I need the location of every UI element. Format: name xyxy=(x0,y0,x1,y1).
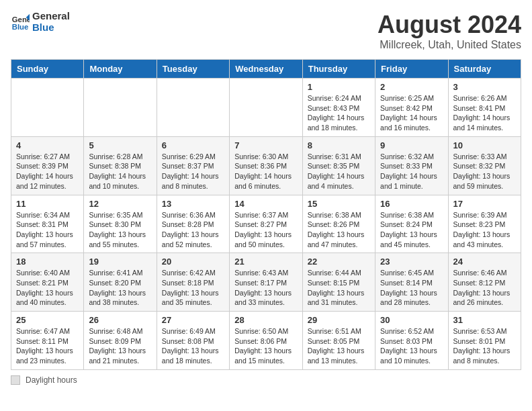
day-info: Sunrise: 6:48 AM Sunset: 8:09 PM Dayligh… xyxy=(89,326,151,366)
col-header-saturday: Saturday xyxy=(448,60,521,79)
col-header-tuesday: Tuesday xyxy=(157,60,229,79)
day-number: 11 xyxy=(16,199,79,209)
day-number: 31 xyxy=(453,315,516,325)
calendar-cell: 18Sunrise: 6:40 AM Sunset: 8:21 PM Dayli… xyxy=(11,253,84,312)
day-number: 13 xyxy=(162,199,224,209)
week-row-5: 25Sunrise: 6:47 AM Sunset: 8:11 PM Dayli… xyxy=(11,312,521,370)
day-info: Sunrise: 6:42 AM Sunset: 8:18 PM Dayligh… xyxy=(162,268,224,308)
logo-icon: General Blue xyxy=(11,13,30,32)
day-number: 6 xyxy=(162,140,224,150)
legend-box xyxy=(11,375,20,385)
main-title: August 2024 xyxy=(378,11,521,39)
week-row-4: 18Sunrise: 6:40 AM Sunset: 8:21 PM Dayli… xyxy=(11,253,521,312)
calendar-cell: 11Sunrise: 6:34 AM Sunset: 8:31 PM Dayli… xyxy=(11,195,84,253)
calendar-cell: 20Sunrise: 6:42 AM Sunset: 8:18 PM Dayli… xyxy=(157,253,229,312)
calendar-cell: 13Sunrise: 6:36 AM Sunset: 8:28 PM Dayli… xyxy=(157,195,229,253)
day-info: Sunrise: 6:39 AM Sunset: 8:23 PM Dayligh… xyxy=(453,210,516,250)
logo: General Blue General Blue xyxy=(11,11,70,33)
day-info: Sunrise: 6:26 AM Sunset: 8:41 PM Dayligh… xyxy=(453,93,516,133)
legend-area: Daylight hours xyxy=(11,375,521,385)
day-info: Sunrise: 6:43 AM Sunset: 8:17 PM Dayligh… xyxy=(234,268,297,308)
day-info: Sunrise: 6:25 AM Sunset: 8:42 PM Dayligh… xyxy=(380,93,443,133)
calendar-cell: 1Sunrise: 6:24 AM Sunset: 8:43 PM Daylig… xyxy=(302,79,375,137)
logo-blue-text: Blue xyxy=(32,21,54,33)
logo-general-text: General xyxy=(32,10,70,21)
day-number: 25 xyxy=(16,315,79,325)
calendar-cell: 9Sunrise: 6:32 AM Sunset: 8:33 PM Daylig… xyxy=(375,136,448,195)
day-info: Sunrise: 6:46 AM Sunset: 8:12 PM Dayligh… xyxy=(453,268,516,308)
week-row-1: 1Sunrise: 6:24 AM Sunset: 8:43 PM Daylig… xyxy=(11,79,521,137)
day-number: 15 xyxy=(308,199,370,209)
calendar-cell: 17Sunrise: 6:39 AM Sunset: 8:23 PM Dayli… xyxy=(448,195,521,253)
calendar-cell: 10Sunrise: 6:33 AM Sunset: 8:32 PM Dayli… xyxy=(448,136,521,195)
day-info: Sunrise: 6:29 AM Sunset: 8:37 PM Dayligh… xyxy=(162,152,224,191)
day-info: Sunrise: 6:47 AM Sunset: 8:11 PM Dayligh… xyxy=(16,326,79,366)
day-info: Sunrise: 6:30 AM Sunset: 8:36 PM Dayligh… xyxy=(234,152,297,191)
day-number: 8 xyxy=(308,140,370,150)
svg-text:Blue: Blue xyxy=(12,22,29,30)
day-number: 29 xyxy=(308,315,370,325)
calendar-cell: 24Sunrise: 6:46 AM Sunset: 8:12 PM Dayli… xyxy=(448,253,521,312)
calendar-cell: 16Sunrise: 6:38 AM Sunset: 8:24 PM Dayli… xyxy=(375,195,448,253)
week-row-2: 4Sunrise: 6:27 AM Sunset: 8:39 PM Daylig… xyxy=(11,136,521,195)
day-number: 2 xyxy=(380,82,443,92)
day-info: Sunrise: 6:36 AM Sunset: 8:28 PM Dayligh… xyxy=(162,210,224,250)
day-number: 16 xyxy=(380,199,443,209)
day-info: Sunrise: 6:38 AM Sunset: 8:26 PM Dayligh… xyxy=(308,210,370,250)
header: General Blue General Blue August 2024 Mi… xyxy=(11,11,521,51)
calendar-cell: 22Sunrise: 6:44 AM Sunset: 8:15 PM Dayli… xyxy=(302,253,375,312)
day-number: 18 xyxy=(16,257,79,267)
day-info: Sunrise: 6:37 AM Sunset: 8:27 PM Dayligh… xyxy=(234,210,297,250)
day-number: 20 xyxy=(162,257,224,267)
calendar-cell: 5Sunrise: 6:28 AM Sunset: 8:38 PM Daylig… xyxy=(84,136,157,195)
day-number: 14 xyxy=(234,199,297,209)
col-header-thursday: Thursday xyxy=(302,60,375,79)
day-number: 26 xyxy=(89,315,151,325)
day-number: 19 xyxy=(89,257,151,267)
calendar-cell: 29Sunrise: 6:51 AM Sunset: 8:05 PM Dayli… xyxy=(302,312,375,370)
calendar-cell: 15Sunrise: 6:38 AM Sunset: 8:26 PM Dayli… xyxy=(302,195,375,253)
calendar-cell: 27Sunrise: 6:49 AM Sunset: 8:08 PM Dayli… xyxy=(157,312,229,370)
day-info: Sunrise: 6:49 AM Sunset: 8:08 PM Dayligh… xyxy=(162,326,224,366)
legend-label: Daylight hours xyxy=(26,375,77,385)
day-number: 22 xyxy=(308,257,370,267)
day-info: Sunrise: 6:51 AM Sunset: 8:05 PM Dayligh… xyxy=(308,326,370,366)
day-info: Sunrise: 6:50 AM Sunset: 8:06 PM Dayligh… xyxy=(234,326,297,366)
day-info: Sunrise: 6:34 AM Sunset: 8:31 PM Dayligh… xyxy=(16,210,79,250)
col-header-sunday: Sunday xyxy=(11,60,84,79)
calendar-cell: 7Sunrise: 6:30 AM Sunset: 8:36 PM Daylig… xyxy=(230,136,302,195)
day-info: Sunrise: 6:32 AM Sunset: 8:33 PM Dayligh… xyxy=(380,152,443,191)
days-header-row: SundayMondayTuesdayWednesdayThursdayFrid… xyxy=(11,60,521,79)
calendar-cell: 25Sunrise: 6:47 AM Sunset: 8:11 PM Dayli… xyxy=(11,312,84,370)
day-info: Sunrise: 6:31 AM Sunset: 8:35 PM Dayligh… xyxy=(308,152,370,191)
day-number: 1 xyxy=(308,82,370,92)
day-number: 30 xyxy=(380,315,443,325)
calendar-cell xyxy=(157,79,229,137)
day-number: 9 xyxy=(380,140,443,150)
day-number: 27 xyxy=(162,315,224,325)
col-header-monday: Monday xyxy=(84,60,157,79)
calendar-cell: 6Sunrise: 6:29 AM Sunset: 8:37 PM Daylig… xyxy=(157,136,229,195)
calendar-cell: 12Sunrise: 6:35 AM Sunset: 8:30 PM Dayli… xyxy=(84,195,157,253)
col-header-friday: Friday xyxy=(375,60,448,79)
day-info: Sunrise: 6:53 AM Sunset: 8:01 PM Dayligh… xyxy=(453,326,516,366)
day-number: 10 xyxy=(453,140,516,150)
day-number: 12 xyxy=(89,199,151,209)
day-info: Sunrise: 6:41 AM Sunset: 8:20 PM Dayligh… xyxy=(89,268,151,308)
calendar-cell: 21Sunrise: 6:43 AM Sunset: 8:17 PM Dayli… xyxy=(230,253,302,312)
day-number: 23 xyxy=(380,257,443,267)
day-number: 7 xyxy=(234,140,297,150)
calendar-cell: 2Sunrise: 6:25 AM Sunset: 8:42 PM Daylig… xyxy=(375,79,448,137)
day-number: 28 xyxy=(234,315,297,325)
day-info: Sunrise: 6:38 AM Sunset: 8:24 PM Dayligh… xyxy=(380,210,443,250)
day-info: Sunrise: 6:27 AM Sunset: 8:39 PM Dayligh… xyxy=(16,152,79,191)
day-info: Sunrise: 6:40 AM Sunset: 8:21 PM Dayligh… xyxy=(16,268,79,308)
calendar-cell xyxy=(11,79,84,137)
day-number: 4 xyxy=(16,140,79,150)
calendar-cell: 19Sunrise: 6:41 AM Sunset: 8:20 PM Dayli… xyxy=(84,253,157,312)
day-number: 3 xyxy=(453,82,516,92)
subtitle: Millcreek, Utah, United States xyxy=(378,39,521,51)
calendar-cell xyxy=(230,79,302,137)
col-header-wednesday: Wednesday xyxy=(230,60,302,79)
day-number: 24 xyxy=(453,257,516,267)
